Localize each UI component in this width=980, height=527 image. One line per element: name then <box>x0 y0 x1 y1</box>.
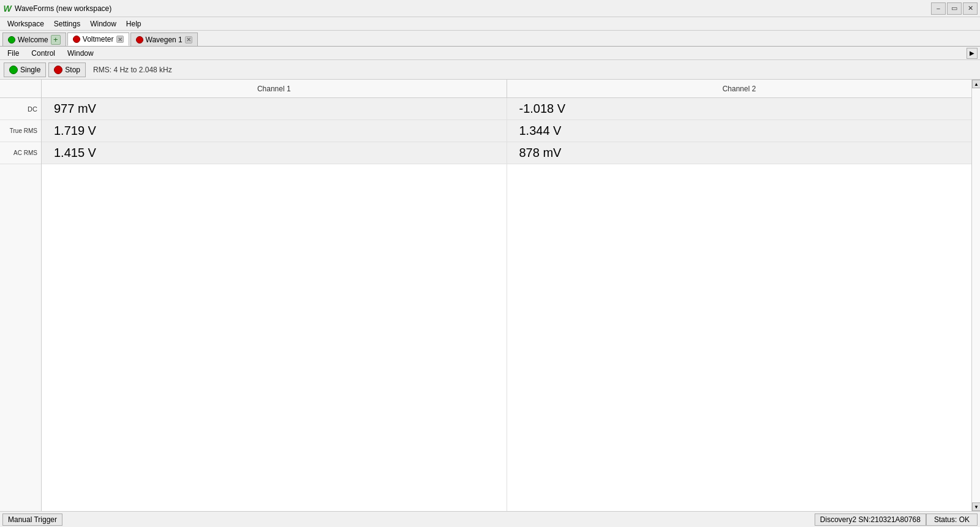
wavegen1-close-button[interactable]: ✕ <box>185 36 192 44</box>
tab-welcome-label: Welcome <box>18 36 48 44</box>
tab-voltmeter[interactable]: Voltmeter ✕ <box>67 32 129 46</box>
vm-menu-window[interactable]: Window <box>62 48 99 59</box>
maximize-button[interactable]: ▭ <box>947 2 962 15</box>
menu-settings[interactable]: Settings <box>49 18 85 29</box>
add-tab-button[interactable]: + <box>51 35 61 45</box>
voltmeter-icon <box>73 36 80 43</box>
device-label: Discovery2 SN:210321A80768 <box>815 514 926 526</box>
tab-welcome[interactable]: Welcome + <box>2 32 66 46</box>
rms-status: RMS: 4 Hz to 2.048 kHz <box>93 66 172 74</box>
dc-ch2-value: -1.018 V <box>507 98 972 119</box>
toolbar: Single Stop RMS: 4 Hz to 2.048 kHz <box>0 60 980 80</box>
label-header <box>0 80 41 98</box>
channel2-header: Channel 2 <box>507 80 972 97</box>
menu-window[interactable]: Window <box>85 18 121 29</box>
menu-help[interactable]: Help <box>121 18 146 29</box>
channel-headers: Channel 1 Channel 2 <box>42 80 971 98</box>
main-area: DC True RMS AC RMS Channel 1 Channel 2 9… <box>0 80 980 511</box>
data-rows: 977 mV -1.018 V 1.719 V 1.344 V 1.415 V … <box>42 98 971 511</box>
trigger-status[interactable]: Manual Trigger <box>2 514 62 526</box>
window-title: WaveForms (new workspace) <box>15 4 931 13</box>
single-icon <box>9 66 18 74</box>
vm-menu-file[interactable]: File <box>2 48 24 59</box>
scrollbar[interactable]: ▲ ▼ <box>971 80 980 511</box>
expand-button[interactable]: ▶ <box>967 48 978 59</box>
truerms-ch2-value: 1.344 V <box>507 120 972 142</box>
window-controls: − ▭ ✕ <box>931 2 978 15</box>
dc-ch1-value: 977 mV <box>42 98 507 119</box>
scrollbar-track[interactable] <box>972 88 980 502</box>
menu-bar: Workspace Settings Window Help <box>0 17 980 31</box>
stop-icon <box>54 66 62 74</box>
close-button[interactable]: ✕ <box>963 2 978 15</box>
acrms-label: AC RMS <box>0 142 41 164</box>
tab-voltmeter-label: Voltmeter <box>83 35 114 44</box>
vm-menu-control[interactable]: Control <box>26 48 60 59</box>
menu-workspace[interactable]: Workspace <box>2 18 49 29</box>
minimize-button[interactable]: − <box>931 2 946 15</box>
status-ok-label: Status: OK <box>926 514 978 526</box>
scroll-down-button[interactable]: ▼ <box>972 502 980 511</box>
label-column: DC True RMS AC RMS <box>0 80 42 511</box>
stop-label: Stop <box>65 66 80 74</box>
acrms-row: 1.415 V 878 mV <box>42 142 971 164</box>
dc-row: 977 mV -1.018 V <box>42 98 971 120</box>
app-icon: W <box>2 4 12 13</box>
data-area: Channel 1 Channel 2 977 mV -1.018 V 1.71… <box>42 80 971 511</box>
tab-wavegen1-label: Wavegen 1 <box>146 36 183 44</box>
truerms-label: True RMS <box>0 120 41 142</box>
data-empty-space <box>42 164 971 511</box>
scroll-up-button[interactable]: ▲ <box>972 80 980 88</box>
welcome-icon <box>8 36 15 44</box>
acrms-ch1-value: 1.415 V <box>42 142 507 164</box>
voltmeter-close-button[interactable]: ✕ <box>116 36 124 43</box>
single-label: Single <box>20 66 40 74</box>
stop-button[interactable]: Stop <box>48 63 86 77</box>
acrms-ch2-value: 878 mV <box>507 142 972 164</box>
wavegen1-icon <box>136 36 143 44</box>
tab-bar: Welcome + Voltmeter ✕ Wavegen 1 ✕ <box>0 31 980 47</box>
truerms-ch1-value: 1.719 V <box>42 120 507 142</box>
channel1-header: Channel 1 <box>42 80 507 97</box>
single-button[interactable]: Single <box>4 63 46 77</box>
dc-label: DC <box>0 98 41 120</box>
truerms-row: 1.719 V 1.344 V <box>42 120 971 142</box>
voltmeter-sub-menu: File Control Window ▶ <box>0 47 980 60</box>
status-bar: Manual Trigger Discovery2 SN:210321A8076… <box>0 511 980 527</box>
title-bar: W WaveForms (new workspace) − ▭ ✕ <box>0 0 980 17</box>
tab-wavegen1[interactable]: Wavegen 1 ✕ <box>130 32 198 46</box>
